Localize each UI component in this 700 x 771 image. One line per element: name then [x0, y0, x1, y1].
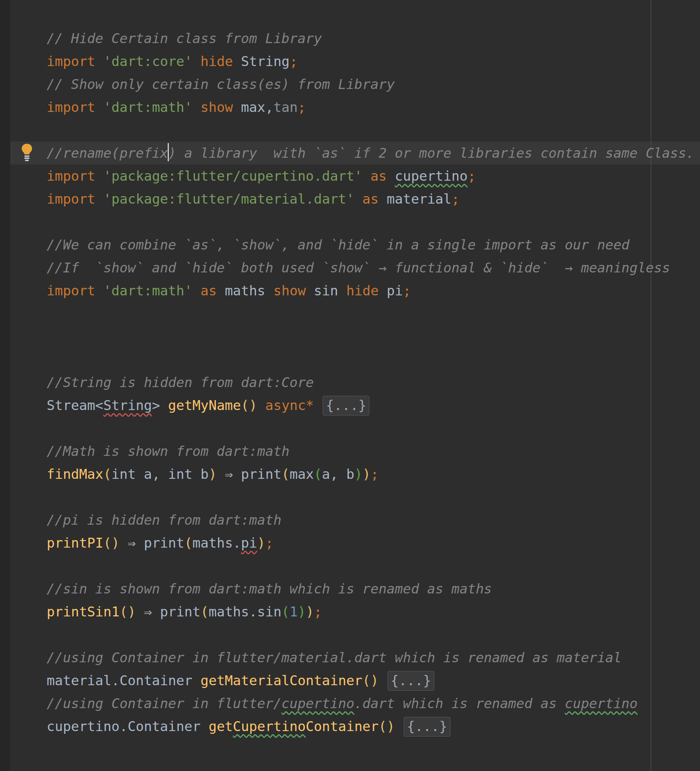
code-line[interactable]: // Show only certain class(es) from Libr… [47, 73, 694, 96]
code-token: ⇒ print [119, 535, 184, 551]
code-token: maths [217, 283, 273, 299]
code-token: import [47, 283, 95, 299]
code-token [95, 168, 103, 184]
code-token: ; [403, 283, 411, 299]
code-line[interactable]: //using Container in flutter/cupertino.d… [47, 692, 694, 715]
code-token [257, 397, 265, 413]
code-token: ( [184, 535, 192, 551]
code-line[interactable] [47, 554, 694, 577]
code-token: import [47, 168, 95, 184]
code-line[interactable]: import 'dart:core' hide String; [47, 50, 694, 73]
code-token: material.Container [47, 673, 201, 688]
intention-lightbulb-icon[interactable] [20, 143, 34, 163]
folded-region[interactable]: {...} [323, 396, 369, 416]
code-token: //String is hidden from dart:Core [47, 374, 314, 390]
code-line[interactable]: //String is hidden from dart:Core [47, 371, 694, 394]
code-line[interactable]: // Hide Certain class from Library [47, 27, 694, 50]
code-line[interactable]: printSin1() ⇒ print(maths.sin(1)); [47, 600, 694, 623]
code-line[interactable]: import 'dart:math' show max,tan; [47, 96, 694, 119]
code-token: 'package:flutter/cupertino.dart' [103, 168, 362, 184]
code-line[interactable] [47, 417, 694, 440]
code-token [95, 53, 103, 69]
code-token: () [378, 718, 395, 734]
code-token: 'dart:math' [103, 99, 192, 115]
code-token: getMyName [168, 397, 241, 413]
code-token [378, 673, 386, 688]
code-token [192, 283, 200, 299]
code-token: as [371, 168, 387, 184]
code-token: () [119, 604, 136, 620]
code-line[interactable] [47, 325, 694, 348]
code-token: ⇒ print [217, 466, 282, 482]
code-token: ) [298, 604, 306, 620]
code-content[interactable]: // Hide Certain class from Libraryimport… [47, 27, 694, 738]
code-line[interactable]: Stream<String> getMyName() async* {...} [47, 394, 694, 417]
code-line[interactable]: //pi is hidden from dart:math [47, 508, 694, 531]
code-token: show [201, 99, 233, 115]
code-line[interactable]: cupertino.Container getCupertinoContaine… [47, 715, 694, 738]
code-token: max [289, 466, 314, 482]
code-token [395, 718, 403, 734]
code-token [354, 191, 362, 207]
code-token: max [233, 99, 265, 115]
code-token: ; [298, 99, 306, 115]
code-token: ( [103, 466, 111, 482]
code-token: ; [265, 535, 273, 551]
code-token: () [103, 535, 119, 551]
code-token: ) [354, 466, 362, 482]
code-token: 'package:flutter/material.dart' [103, 191, 354, 207]
code-token: maths. [193, 535, 241, 551]
code-line[interactable]: material.Container getMaterialContainer(… [47, 669, 694, 692]
code-token [362, 168, 370, 184]
code-line[interactable]: import 'package:flutter/material.dart' a… [47, 187, 694, 210]
code-line[interactable] [47, 210, 694, 233]
code-token: pi [241, 535, 257, 551]
code-token: //sin is shown from dart:math which is r… [47, 581, 492, 597]
code-token: Stream< [47, 397, 103, 413]
code-token: //pi is hidden from dart:math [47, 512, 282, 528]
code-token [95, 191, 103, 207]
code-token: sin [306, 283, 346, 299]
code-line[interactable]: //sin is shown from dart:math which is r… [47, 577, 694, 600]
code-token: ; [314, 604, 322, 620]
code-token: ) [208, 466, 216, 482]
code-line[interactable]: //Math is shown from dart:math [47, 440, 694, 463]
code-token: ) [257, 535, 265, 551]
code-token: ( [314, 466, 322, 482]
code-token: ( [201, 604, 208, 620]
code-token: async* [265, 397, 314, 413]
code-line[interactable] [47, 486, 694, 508]
code-line[interactable] [47, 302, 694, 325]
code-token: import [47, 99, 95, 115]
code-line[interactable]: findMax(int a, int b) ⇒ print(max(a, b))… [47, 463, 694, 486]
code-token [192, 99, 200, 115]
code-line[interactable]: //rename(prefix) a library with `as` if … [47, 142, 694, 164]
code-line[interactable]: //We can combine `as`, `show`, and `hide… [47, 233, 694, 256]
folded-region[interactable]: {...} [404, 717, 450, 737]
code-token: ) a library with `as` if 2 or more libra… [168, 145, 694, 161]
code-token: () [362, 673, 378, 688]
code-token: int a, int b [112, 466, 209, 482]
code-line[interactable]: printPI() ⇒ print(maths.pi); [47, 531, 694, 554]
code-line[interactable] [47, 119, 694, 142]
code-token: ; [289, 53, 297, 69]
code-token: //If `show` and `hide` both used `show` … [47, 260, 670, 276]
code-token: ⇒ print [136, 604, 201, 620]
code-token: ; [371, 466, 378, 482]
code-line[interactable]: import 'package:flutter/cupertino.dart' … [47, 164, 694, 187]
code-line[interactable]: import 'dart:math' as maths show sin hid… [47, 279, 694, 302]
code-token: // Hide Certain class from Library [47, 30, 322, 46]
code-token: pi [378, 283, 403, 299]
code-token: > [152, 397, 168, 413]
code-token: //Math is shown from dart:math [47, 443, 289, 459]
folded-region[interactable]: {...} [388, 671, 434, 691]
code-line[interactable]: //If `show` and `hide` both used `show` … [47, 256, 694, 279]
code-line[interactable] [47, 348, 694, 371]
code-token [95, 99, 103, 115]
code-token: 'dart:core' [103, 53, 192, 69]
code-token: cupertino.Container [47, 718, 208, 734]
code-line[interactable]: //using Container in flutter/material.da… [47, 646, 694, 669]
code-token [314, 397, 322, 413]
code-token: 1 [289, 604, 297, 620]
code-line[interactable] [47, 623, 694, 646]
